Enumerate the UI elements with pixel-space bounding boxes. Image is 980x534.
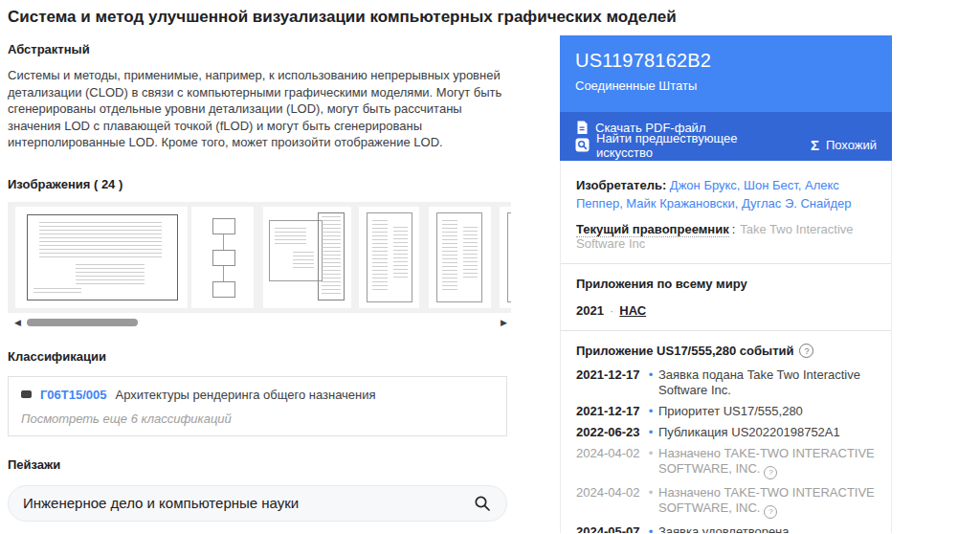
images-heading: Изображения ( 24 ) bbox=[8, 177, 511, 191]
patent-action-bar: Скачать PDF-файл Найти предшествующее ис… bbox=[560, 112, 892, 161]
view-more-classifications-link[interactable]: Посмотреть еще 6 классификаций bbox=[21, 412, 494, 426]
machine-classification-icon bbox=[21, 390, 32, 398]
page-title: Система и метод улучшенной визуализации … bbox=[8, 8, 980, 27]
timeline-row: 2024-04-02 • Назначено TAKE-TWO INTERACT… bbox=[576, 485, 876, 519]
event-text: Приоритет US17/555,280 bbox=[658, 404, 876, 419]
figure-thumbnail[interactable] bbox=[263, 207, 351, 308]
patent-number: US11978162B2 bbox=[575, 50, 877, 72]
figure-sketch bbox=[269, 220, 323, 281]
divider bbox=[561, 330, 891, 331]
timeline-bullet-icon: • bbox=[643, 524, 658, 533]
worldwide-country-link[interactable]: НАС bbox=[619, 303, 646, 318]
figure-sketch bbox=[27, 214, 178, 300]
figure-thumbnail[interactable] bbox=[500, 207, 511, 308]
patent-country: Соединенные Штаты bbox=[575, 78, 877, 93]
timeline-row: 2021-12-17 • Заявка подана Take Two Inte… bbox=[576, 367, 876, 398]
timeline-row: 2024-05-07 • Заявка удовлетворена bbox=[576, 524, 876, 533]
assignee-label: Текущий правопреемник bbox=[576, 222, 729, 237]
event-date: 2021-12-17 bbox=[576, 367, 643, 398]
figures-carousel[interactable] bbox=[8, 202, 511, 313]
event-text: Заявка подана Take Two Interactive Softw… bbox=[658, 367, 876, 398]
patent-page: Система и метод улучшенной визуализации … bbox=[0, 8, 980, 534]
landscapes-search[interactable]: Инженерное дело и компьютерные науки bbox=[8, 485, 507, 522]
timeline-row: 2024-04-02 • Назначено TAKE-TWO INTERACT… bbox=[576, 446, 876, 479]
timeline-row: 2022-06-23 • Публикация US20220198752A1 bbox=[576, 425, 876, 440]
carousel-left-arrow-icon[interactable]: ◀ bbox=[14, 317, 21, 328]
application-events-heading: Приложение US17/555,280 событий ? bbox=[576, 344, 876, 358]
similar-link[interactable]: Σ Похожий bbox=[811, 137, 877, 153]
event-date: 2024-04-02 bbox=[576, 485, 643, 519]
timeline-bullet-icon: • bbox=[643, 446, 658, 479]
dot-separator: · bbox=[610, 303, 613, 318]
assignee-row: Текущий правопреемник:Take Two Interacti… bbox=[576, 222, 876, 251]
figure-thumbnail[interactable] bbox=[191, 207, 254, 308]
timeline-bullet-icon: • bbox=[643, 404, 658, 419]
inventor-link[interactable]: Майк Кражановски bbox=[626, 196, 742, 211]
carousel-right-arrow-icon[interactable]: ▶ bbox=[501, 317, 507, 328]
timeline-bullet-icon: • bbox=[643, 425, 658, 440]
help-icon[interactable]: ? bbox=[764, 466, 777, 479]
figure-thumbnail[interactable] bbox=[359, 207, 419, 308]
left-column: Абстрактный Системы и методы, применимые… bbox=[8, 35, 511, 533]
classification-code-link[interactable]: Г06Т15/005 bbox=[40, 388, 107, 402]
figure-sketch bbox=[436, 212, 482, 302]
event-text: Назначено TAKE-TWO INTERACTIVE SOFTWARE,… bbox=[658, 485, 876, 519]
figure-sketch bbox=[507, 212, 511, 302]
classification-description: Архитектуры рендеринга общего назначения bbox=[116, 388, 376, 402]
figure-sketch bbox=[367, 212, 412, 302]
figure-thumbnail[interactable] bbox=[429, 207, 491, 308]
timeline-row: 2021-12-17 • Приоритет US17/555,280 bbox=[576, 404, 876, 419]
similar-label: Похожий bbox=[826, 138, 877, 152]
worldwide-applications-heading: Приложения по всему миру bbox=[576, 277, 876, 291]
carousel-scrollbar[interactable] bbox=[27, 319, 138, 326]
find-prior-art-label: Найти предшествующее искусство bbox=[596, 131, 790, 160]
event-date: 2022-06-23 bbox=[576, 425, 643, 440]
figure-thumbnail[interactable] bbox=[15, 207, 188, 308]
help-icon[interactable]: ? bbox=[764, 505, 777, 519]
inventor-link[interactable]: Дуглас Э. Снайдер bbox=[742, 196, 852, 211]
landscapes-heading: Пейзажи bbox=[8, 457, 511, 472]
event-date: 2021-12-17 bbox=[576, 404, 643, 419]
divider bbox=[561, 263, 891, 264]
event-text: Назначено TAKE-TWO INTERACTIVE SOFTWARE,… bbox=[658, 446, 876, 479]
timeline-bullet-icon: • bbox=[643, 367, 658, 398]
timeline-bullet-icon: • bbox=[643, 485, 658, 519]
landscapes-search-value: Инженерное дело и компьютерные науки bbox=[23, 495, 299, 511]
carousel-scroll-row: ◀ ▶ bbox=[8, 317, 511, 328]
inventor-label: Изобретатель: bbox=[576, 178, 666, 192]
inventors-row: Изобретатель: Джон БруксШон БестАлекс Пе… bbox=[576, 176, 876, 212]
help-icon[interactable]: ? bbox=[799, 344, 813, 358]
find-prior-art-link[interactable]: Найти предшествующее искусство bbox=[575, 131, 790, 160]
classifications-box: Г06Т15/005 Архитектуры рендеринга общего… bbox=[8, 376, 507, 436]
classification-row: Г06Т15/005 Архитектуры рендеринга общего… bbox=[21, 388, 494, 402]
patent-summary-panel: US11978162B2 Соединенные Штаты Скачать bbox=[560, 35, 892, 533]
sigma-icon: Σ bbox=[811, 137, 819, 153]
abstract-text: Системы и методы, применимые, например, … bbox=[8, 67, 509, 151]
assignee-separator: : bbox=[732, 222, 736, 236]
abstract-heading: Абстрактный bbox=[8, 42, 511, 56]
event-date: 2024-05-07 bbox=[576, 524, 643, 533]
search-icon[interactable] bbox=[473, 494, 492, 513]
event-text: Заявка удовлетворена bbox=[658, 524, 876, 533]
event-date: 2024-04-02 bbox=[576, 446, 643, 479]
worldwide-year-row: 2021·НАС bbox=[576, 303, 876, 318]
event-text: Публикация US20220198752A1 bbox=[658, 425, 876, 440]
application-events-title: Приложение US17/555,280 событий bbox=[576, 344, 793, 358]
classifications-heading: Классификации bbox=[8, 349, 511, 364]
events-timeline: 2021-12-17 • Заявка подана Take Two Inte… bbox=[576, 367, 876, 533]
prior-art-search-icon bbox=[575, 138, 590, 152]
patent-header: US11978162B2 Соединенные Штаты bbox=[560, 35, 892, 112]
inventor-link[interactable]: Шон Бест bbox=[744, 178, 805, 192]
patent-details-card: Изобретатель: Джон БруксШон БестАлекс Пе… bbox=[560, 161, 892, 533]
inventor-link[interactable]: Джон Брукс bbox=[670, 178, 744, 192]
worldwide-year: 2021 bbox=[576, 303, 604, 318]
